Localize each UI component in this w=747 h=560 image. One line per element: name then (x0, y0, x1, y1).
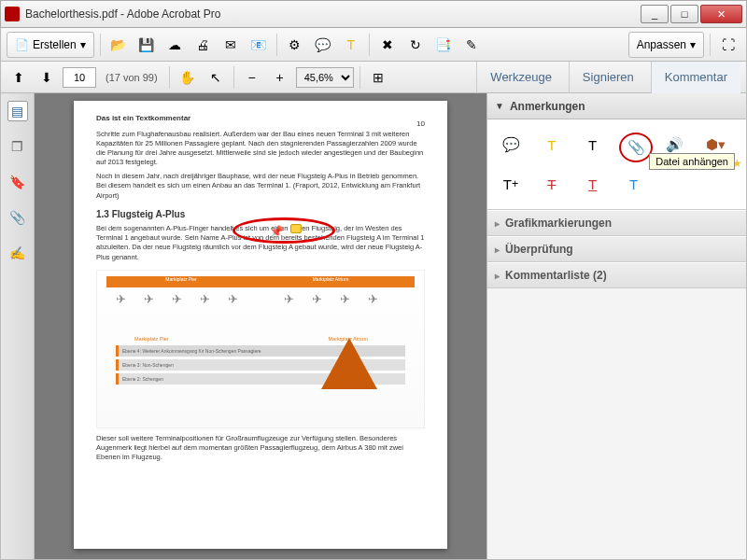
page-number: 10 (416, 119, 425, 130)
signatures-icon[interactable]: ✍ (7, 243, 28, 263)
comments-panel: ▼ Anmerkungen 💬 T T 📎 🔊 ⬢▾ T+ T T T Date… (486, 93, 746, 559)
text-tool[interactable]: T (579, 133, 607, 157)
section-label: Überprüfung (505, 243, 573, 256)
chevron-down-icon: ▾ (80, 38, 86, 51)
print-button[interactable]: 🖨 (190, 33, 215, 57)
comment-tab[interactable]: Kommentar (651, 62, 740, 93)
pin-annotation[interactable]: 📌 (270, 224, 284, 239)
attach-file-tool[interactable]: 📎 (619, 133, 653, 162)
page-down-button[interactable]: ⬇ (35, 65, 59, 90)
chevron-right-icon: ▸ (495, 218, 500, 229)
zoom-in-button[interactable]: + (268, 65, 292, 90)
annotation-tools: 💬 T T 📎 🔊 ⬢▾ T+ T T T Datei anhängen ★ (487, 119, 746, 210)
cloud-button[interactable]: ☁ (162, 33, 187, 57)
bookmarks-icon[interactable]: 🔖 (7, 172, 28, 192)
page-input[interactable] (63, 67, 96, 88)
section-label: Grafikmarkierungen (505, 217, 612, 230)
tooltip: Datei anhängen (649, 153, 735, 170)
sticky-note-tool[interactable]: 💬 (497, 133, 525, 157)
share-button[interactable]: ✉ (218, 33, 243, 57)
graphics-section[interactable]: ▸ Grafikmarkierungen (487, 210, 746, 236)
customize-label: Anpassen (637, 38, 686, 51)
chevron-right-icon: ▸ (495, 245, 500, 255)
review-section[interactable]: ▸ Überprüfung (487, 236, 746, 262)
pdf-page: Das ist ein Textkommentar 10 Schritte zu… (74, 101, 447, 549)
minimize-button[interactable]: _ (641, 5, 669, 23)
strikethrough-tool[interactable]: T (538, 172, 566, 196)
separator (276, 34, 277, 56)
separator (100, 34, 101, 56)
insert-text-tool[interactable]: T+ (497, 172, 525, 196)
annotations-header[interactable]: ▼ Anmerkungen (487, 93, 746, 119)
app-icon (5, 7, 20, 21)
sticky-note-annotation[interactable] (290, 224, 302, 233)
chevron-down-icon: ▼ (495, 101, 504, 111)
zoom-out-button[interactable]: − (240, 65, 264, 90)
select-tool-button[interactable]: ↖ (204, 65, 228, 90)
chevron-right-icon: ▸ (495, 271, 500, 281)
title-bar: Bachelorthesis.pdf - Adobe Acrobat Pro _… (0, 0, 747, 28)
document-area[interactable]: Das ist ein Textkommentar 10 Schritte zu… (35, 93, 486, 559)
replace-text-tool[interactable]: T (619, 172, 647, 196)
close-button[interactable]: ✕ (700, 5, 742, 23)
separator (710, 34, 711, 56)
save-button[interactable]: 💾 (134, 33, 159, 57)
left-sidebar: ▤ ❐ 🔖 📎 ✍ (1, 93, 35, 559)
section-label: Kommentarliste (2) (505, 269, 607, 282)
settings-button[interactable]: ⚙ (283, 33, 307, 57)
annotations-label: Anmerkungen (510, 100, 585, 113)
tools-tab[interactable]: Werkzeuge (476, 62, 565, 93)
commentlist-section[interactable]: ▸ Kommentarliste (2) (487, 262, 746, 288)
page-up-button[interactable]: ⬆ (7, 65, 31, 90)
zoom-select[interactable]: 45,6% (296, 67, 354, 88)
edit-button[interactable]: ✎ (459, 33, 484, 57)
body-text: Noch in diesem Jahr, nach dreijähriger B… (96, 172, 425, 200)
nav-toolbar: ⬆ ⬇ (17 von 99) ✋ ↖ − + 45,6% ⊞ Werkzeug… (0, 62, 747, 93)
attachments-icon[interactable]: 📎 (7, 207, 28, 228)
window-title: Bachelorthesis.pdf - Adobe Acrobat Pro (25, 7, 641, 21)
separator (233, 66, 234, 89)
fit-button[interactable]: ⊞ (366, 65, 390, 90)
chevron-down-icon: ▾ (690, 38, 696, 51)
sign-tab[interactable]: Signieren (569, 62, 647, 93)
create-button[interactable]: 📄 Erstellen ▾ (7, 32, 94, 58)
ellipse-annotation[interactable] (233, 217, 335, 244)
main-toolbar: 📄 Erstellen ▾ 📂 💾 ☁ 🖨 ✉ 📧 ⚙ 💬 T ✖ ↻ 📑 ✎ … (0, 28, 747, 62)
separator (359, 66, 360, 89)
window-controls: _ □ ✕ (641, 5, 742, 23)
rotate-button[interactable]: ↻ (403, 33, 428, 57)
open-button[interactable]: 📂 (106, 33, 131, 57)
hand-tool-button[interactable]: ✋ (176, 65, 200, 90)
create-label: Erstellen (33, 38, 77, 51)
extract-button[interactable]: 📑 (431, 33, 456, 57)
create-icon: 📄 (15, 38, 29, 51)
thumbnails-icon[interactable]: ▤ (7, 101, 28, 121)
comment-bubble-button[interactable]: 💬 (311, 33, 335, 57)
body-text: Schritte zum Flughafenausbau realisiert.… (96, 130, 425, 168)
pages-icon[interactable]: ❐ (7, 136, 28, 157)
main-area: ▤ ❐ 🔖 📎 ✍ Das ist ein Textkommentar 10 S… (0, 93, 747, 560)
fullscreen-button[interactable]: ⛶ (716, 33, 740, 57)
text-comment: Das ist ein Textkommentar (96, 114, 425, 124)
page-count: (17 von 99) (106, 72, 158, 83)
underline-tool[interactable]: T (579, 172, 607, 196)
body-text: Dieser soll weitere Terminalpositionen f… (96, 434, 425, 462)
separator (369, 34, 370, 56)
delete-page-button[interactable]: ✖ (375, 33, 400, 57)
customize-button[interactable]: Anpassen ▾ (628, 32, 704, 58)
separator (169, 66, 170, 89)
maximize-button[interactable]: □ (670, 5, 698, 23)
highlight-button[interactable]: T (339, 33, 363, 57)
terminal-diagram: Marktplatz Pier Marktplatz Atrium ✈ ✈ ✈ … (96, 270, 425, 428)
mail-button[interactable]: 📧 (247, 33, 271, 57)
highlight-text-tool[interactable]: T (538, 133, 566, 157)
